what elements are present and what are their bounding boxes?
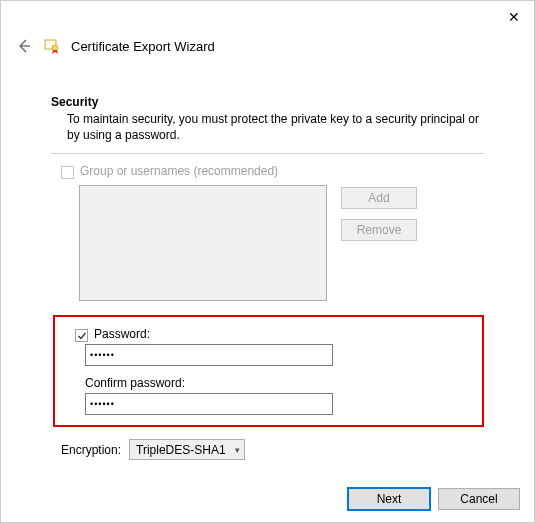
wizard-footer: Next Cancel (348, 488, 520, 510)
confirm-password-input[interactable] (85, 393, 333, 415)
confirm-password-label: Confirm password: (85, 376, 472, 390)
wizard-content: Security To maintain security, you must … (1, 65, 534, 460)
back-arrow-icon[interactable] (15, 37, 33, 55)
wizard-title: Certificate Export Wizard (71, 39, 215, 54)
close-button[interactable]: ✕ (508, 9, 520, 25)
encryption-row: Encryption: TripleDES-SHA1 ▾ (61, 439, 484, 460)
encryption-dropdown[interactable]: TripleDES-SHA1 ▾ (129, 439, 245, 460)
security-description: To maintain security, you must protect t… (51, 111, 484, 143)
password-section-highlight: Password: Confirm password: (53, 315, 484, 427)
encryption-label: Encryption: (61, 443, 121, 457)
groups-checkbox-label: Group or usernames (recommended) (80, 164, 278, 178)
groups-listbox (79, 185, 327, 301)
groups-checkbox-row: Group or usernames (recommended) (51, 164, 484, 179)
password-label: Password: (94, 327, 150, 341)
wizard-header: Certificate Export Wizard (1, 33, 534, 65)
remove-button: Remove (341, 219, 417, 241)
groups-area: Add Remove (79, 185, 484, 301)
add-button: Add (341, 187, 417, 209)
encryption-selected: TripleDES-SHA1 (136, 443, 226, 457)
chevron-down-icon: ▾ (235, 445, 240, 455)
groups-checkbox[interactable] (61, 166, 74, 179)
cancel-button[interactable]: Cancel (438, 488, 520, 510)
next-button[interactable]: Next (348, 488, 430, 510)
divider (51, 153, 484, 154)
security-heading: Security (51, 95, 484, 109)
titlebar: ✕ (1, 1, 534, 33)
certificate-wizard-icon (43, 37, 61, 55)
password-input[interactable] (85, 344, 333, 366)
password-checkbox[interactable] (75, 329, 88, 342)
